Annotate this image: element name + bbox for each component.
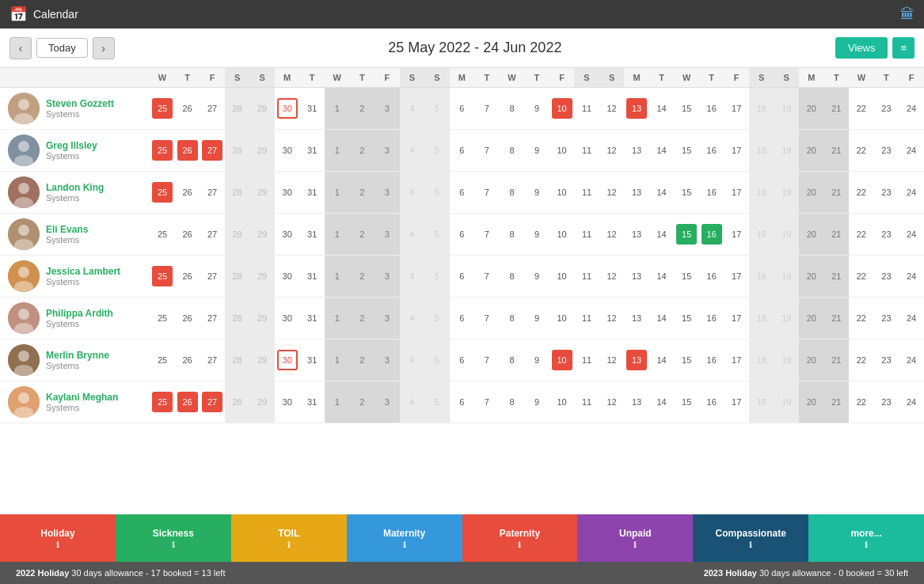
- day-number[interactable]: 22: [851, 98, 872, 119]
- day-cell[interactable]: 26: [175, 298, 200, 339]
- day-cell[interactable]: 30: [275, 339, 300, 381]
- day-number[interactable]: 20: [801, 392, 822, 412]
- day-cell[interactable]: 23: [874, 130, 899, 172]
- day-cell[interactable]: 29: [249, 298, 275, 339]
- day-number[interactable]: 30: [277, 182, 298, 203]
- day-cell[interactable]: 20: [799, 88, 824, 130]
- day-number[interactable]: 25: [152, 224, 173, 245]
- day-cell[interactable]: 1: [325, 256, 350, 298]
- day-number[interactable]: 30: [277, 98, 298, 119]
- day-number[interactable]: 18: [751, 224, 772, 245]
- day-number[interactable]: 27: [202, 266, 222, 286]
- day-cell[interactable]: 23: [874, 298, 899, 339]
- day-cell[interactable]: 20: [799, 298, 824, 339]
- user-name[interactable]: Landon King: [46, 182, 104, 193]
- day-cell[interactable]: 21: [824, 298, 850, 339]
- day-number[interactable]: 10: [552, 224, 572, 245]
- day-number[interactable]: 25: [152, 182, 173, 203]
- day-number[interactable]: 27: [202, 308, 222, 328]
- day-cell[interactable]: 11: [574, 298, 599, 339]
- day-cell[interactable]: 11: [574, 214, 599, 256]
- day-cell[interactable]: 8: [500, 172, 525, 214]
- user-cell[interactable]: Greg Illsley Systems: [0, 130, 150, 172]
- day-number[interactable]: 16: [702, 140, 722, 161]
- day-number[interactable]: 12: [602, 224, 622, 245]
- day-number[interactable]: 28: [227, 266, 248, 286]
- day-number[interactable]: 19: [776, 182, 797, 203]
- day-cell[interactable]: 2: [349, 172, 375, 214]
- day-cell[interactable]: 12: [599, 88, 625, 130]
- day-cell[interactable]: 31: [299, 88, 325, 130]
- day-cell[interactable]: 16: [699, 298, 724, 339]
- day-cell[interactable]: 7: [474, 214, 500, 256]
- day-cell[interactable]: 18: [749, 214, 774, 256]
- day-number[interactable]: 16: [702, 182, 722, 203]
- day-cell[interactable]: 17: [724, 214, 749, 256]
- day-cell[interactable]: 3: [375, 256, 400, 298]
- day-number[interactable]: 24: [901, 224, 922, 245]
- day-cell[interactable]: 14: [649, 381, 675, 423]
- day-number[interactable]: 15: [676, 308, 697, 328]
- day-cell[interactable]: 15: [674, 298, 699, 339]
- day-number[interactable]: 29: [252, 182, 272, 203]
- day-number[interactable]: 14: [652, 392, 672, 412]
- day-number[interactable]: 10: [552, 266, 572, 286]
- day-number[interactable]: 25: [152, 140, 173, 161]
- day-cell[interactable]: 26: [175, 339, 200, 381]
- day-cell[interactable]: 24: [899, 88, 924, 130]
- day-number[interactable]: 31: [302, 182, 322, 203]
- day-cell[interactable]: 28: [225, 339, 250, 381]
- day-number[interactable]: 14: [652, 182, 672, 203]
- day-cell[interactable]: 11: [574, 339, 599, 381]
- day-number[interactable]: 19: [776, 392, 797, 412]
- day-number[interactable]: 27: [202, 224, 222, 245]
- day-number[interactable]: 29: [252, 392, 272, 412]
- day-cell[interactable]: 4: [400, 172, 425, 214]
- day-number[interactable]: 21: [826, 98, 846, 119]
- day-cell[interactable]: 16: [699, 130, 724, 172]
- day-cell[interactable]: 9: [524, 172, 549, 214]
- day-cell[interactable]: 27: [200, 339, 225, 381]
- day-number[interactable]: 12: [602, 392, 622, 412]
- prev-button[interactable]: ‹: [10, 37, 32, 59]
- day-number[interactable]: 31: [302, 392, 322, 412]
- day-cell[interactable]: 23: [874, 172, 899, 214]
- day-cell[interactable]: 3: [375, 339, 400, 381]
- day-number[interactable]: 12: [602, 140, 622, 161]
- day-number[interactable]: 23: [876, 98, 896, 119]
- user-name[interactable]: Philippa Ardith: [46, 308, 113, 319]
- day-number[interactable]: 3: [377, 350, 397, 370]
- day-cell[interactable]: 2: [349, 339, 375, 381]
- day-cell[interactable]: 18: [749, 130, 774, 172]
- day-cell[interactable]: 15: [674, 130, 699, 172]
- day-number[interactable]: 26: [177, 140, 198, 161]
- day-number[interactable]: 2: [352, 140, 372, 161]
- day-number[interactable]: 11: [576, 266, 597, 286]
- day-number[interactable]: 14: [652, 98, 672, 119]
- day-cell[interactable]: 3: [375, 298, 400, 339]
- day-cell[interactable]: 15: [674, 381, 699, 423]
- day-number[interactable]: 10: [552, 182, 572, 203]
- legend-item-maternity[interactable]: Maternityℹ: [347, 514, 462, 562]
- day-number[interactable]: 11: [576, 308, 597, 328]
- day-number[interactable]: 31: [302, 98, 322, 119]
- day-number[interactable]: 31: [302, 350, 322, 370]
- day-cell[interactable]: 29: [249, 256, 275, 298]
- day-number[interactable]: 20: [801, 350, 822, 370]
- day-cell[interactable]: 10: [549, 130, 575, 172]
- day-number[interactable]: 11: [576, 182, 597, 203]
- day-cell[interactable]: 7: [474, 172, 500, 214]
- day-cell[interactable]: 16: [699, 172, 724, 214]
- day-number[interactable]: 29: [252, 140, 272, 161]
- user-cell[interactable]: Landon King Systems: [0, 172, 150, 214]
- day-cell[interactable]: 13: [624, 214, 649, 256]
- day-cell[interactable]: 14: [649, 88, 675, 130]
- day-cell[interactable]: 14: [649, 172, 675, 214]
- day-number[interactable]: 12: [602, 266, 622, 286]
- day-cell[interactable]: 28: [225, 214, 250, 256]
- day-cell[interactable]: 22: [849, 381, 874, 423]
- day-number[interactable]: 6: [451, 98, 472, 119]
- day-cell[interactable]: 5: [424, 256, 450, 298]
- day-cell[interactable]: 25: [150, 256, 175, 298]
- day-cell[interactable]: 5: [424, 214, 450, 256]
